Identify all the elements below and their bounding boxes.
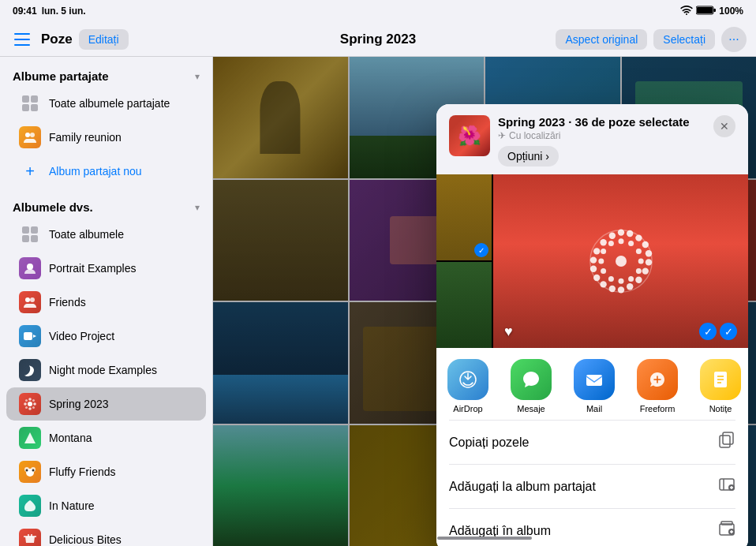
sidebar-label-toate-partajate: Toate albumele partajate <box>49 97 193 110</box>
sidebar-label-bites: Delicious Bites <box>49 533 193 546</box>
share-close-button[interactable]: ✕ <box>713 115 735 137</box>
shared-chevron-icon: ▾ <box>195 71 200 82</box>
selectati-button[interactable]: Selectați <box>653 29 715 50</box>
mail-icon <box>574 359 615 400</box>
svg-point-62 <box>608 276 613 282</box>
svg-point-61 <box>618 279 623 284</box>
content-area: Albume partajate ▾ Toate albumele partaj… <box>0 57 756 546</box>
action-copy[interactable]: Copiați pozele <box>436 421 748 464</box>
svg-rect-3 <box>14 33 30 35</box>
app-icons-row: AirDrop Mesaje Mail <box>436 348 748 420</box>
svg-rect-1 <box>697 7 713 13</box>
app-airdrop[interactable]: AirDrop <box>436 359 500 413</box>
sidebar-item-friends[interactable]: Friends <box>6 286 206 319</box>
action-add-shared[interactable]: Adăugați la album partajat <box>436 465 748 508</box>
sidebar-icon-toate-partajate <box>19 92 41 114</box>
your-section-title: Albumele dvs. <box>13 200 93 214</box>
sidebar-label-album-partajat-nou: Album partajat nou <box>49 165 193 178</box>
sidebar-item-night[interactable]: Night mode Examples <box>6 353 206 387</box>
app-freeform[interactable]: Freeform <box>626 359 689 413</box>
sidebar: Albume partajate ▾ Toate albumele partaj… <box>0 57 213 546</box>
share-main-preview[interactable]: ♥ ✓ ✓ <box>493 174 748 348</box>
svg-point-28 <box>25 406 28 409</box>
top-bar-right: Aspect original Selectați ··· <box>541 27 747 52</box>
sidebar-icon-nature <box>19 495 41 517</box>
sidebar-icon-night <box>19 359 41 381</box>
svg-rect-13 <box>31 226 38 234</box>
sidebar-item-family-reunion[interactable]: Family reunion <box>6 121 206 154</box>
svg-marker-30 <box>24 432 36 443</box>
app-mesaje[interactable]: Mesaje <box>500 359 563 413</box>
sidebar-icon-toate <box>19 223 41 245</box>
sidebar-item-portrait[interactable]: Portrait Examples <box>6 252 206 285</box>
sidebar-label-nature: In Nature <box>49 499 193 512</box>
airdrop-label: AirDrop <box>453 404 482 413</box>
selected-check-1: ✓ <box>474 243 488 257</box>
sidebar-item-album-partajat-nou[interactable]: + Album partajat nou <box>6 155 206 188</box>
app-mail[interactable]: Mail <box>563 359 626 413</box>
sidebar-item-bites[interactable]: Delicious Bites <box>6 523 206 546</box>
sidebar-item-toate-partajate[interactable]: Toate albumele partajate <box>6 87 206 120</box>
action-add-shared-label: Adăugați la album partajat <box>449 480 596 494</box>
svg-point-43 <box>642 267 648 274</box>
svg-point-58 <box>638 259 643 264</box>
share-thumb-flower-icon: 🌺 <box>458 125 481 147</box>
app-notite[interactable]: Notițe <box>689 359 748 413</box>
preview-thumb-2[interactable] <box>436 262 492 348</box>
sidebar-icon-video <box>19 325 41 347</box>
svg-rect-5 <box>14 44 30 46</box>
status-time: 09:41 <box>13 6 37 17</box>
sidebar-item-spring[interactable]: Spring 2023 <box>6 387 206 421</box>
svg-point-39 <box>635 234 642 241</box>
svg-point-16 <box>27 264 33 270</box>
notes-icon <box>700 359 741 400</box>
action-copy-label: Copiați pozele <box>449 436 529 450</box>
sidebar-icon-portrait <box>19 257 41 279</box>
album-title: Spring 2023 <box>215 32 541 47</box>
sidebar-icon-spring <box>19 393 41 415</box>
sidebar-toggle-button[interactable] <box>9 27 35 52</box>
sidebar-item-montana[interactable]: Montana <box>6 421 206 454</box>
svg-point-40 <box>642 241 648 248</box>
sidebar-item-nature[interactable]: In Nature <box>6 489 206 522</box>
preview-thumbs-left: ✓ <box>436 174 492 348</box>
app-name-label: Poze <box>41 32 73 47</box>
sidebar-icon-plus-shared: + <box>19 160 41 182</box>
app-container: Poze Editați Spring 2023 Aspect original… <box>0 22 756 546</box>
svg-point-64 <box>598 259 604 264</box>
svg-point-37 <box>617 229 623 235</box>
svg-rect-74 <box>723 432 733 444</box>
svg-point-24 <box>24 402 27 406</box>
svg-rect-4 <box>14 39 30 40</box>
aspect-original-button[interactable]: Aspect original <box>556 29 647 50</box>
svg-rect-6 <box>22 95 29 103</box>
share-thumbnail: 🌺 <box>449 115 490 156</box>
svg-point-65 <box>601 249 606 254</box>
preview-thumb-1[interactable]: ✓ <box>436 174 492 260</box>
svg-point-46 <box>617 286 623 293</box>
svg-point-50 <box>589 266 596 272</box>
location-icon: ✈ <box>498 130 506 141</box>
preview-check-2: ✓ <box>699 323 717 340</box>
svg-rect-75 <box>720 436 730 447</box>
svg-point-67 <box>616 256 627 267</box>
svg-point-54 <box>608 233 615 239</box>
your-chevron-icon: ▾ <box>195 202 200 213</box>
sidebar-label-toate: Toate albumele <box>49 228 193 241</box>
share-subtitle: ✈ Cu localizări <box>498 130 705 141</box>
sidebar-item-fluffy[interactable]: Fluffy Friends <box>6 455 206 488</box>
svg-point-45 <box>627 283 633 290</box>
editati-button[interactable]: Editați <box>79 29 129 50</box>
svg-point-47 <box>608 286 615 292</box>
svg-point-60 <box>628 276 634 282</box>
sidebar-label-montana: Montana <box>49 432 193 444</box>
more-options-button[interactable]: ··· <box>721 27 747 52</box>
svg-point-57 <box>635 249 641 254</box>
share-info: Spring 2023 · 36 de poze selectate ✈ Cu … <box>498 115 705 166</box>
sidebar-item-video[interactable]: Video Project <box>6 320 206 353</box>
add-album-icon <box>718 520 735 541</box>
options-button[interactable]: Opțiuni › <box>498 146 559 166</box>
share-title: Spring 2023 · 36 de poze selectate <box>498 115 705 129</box>
action-add-album[interactable]: Adăugați în album <box>436 509 748 546</box>
sidebar-item-toate[interactable]: Toate albumele <box>6 218 206 251</box>
